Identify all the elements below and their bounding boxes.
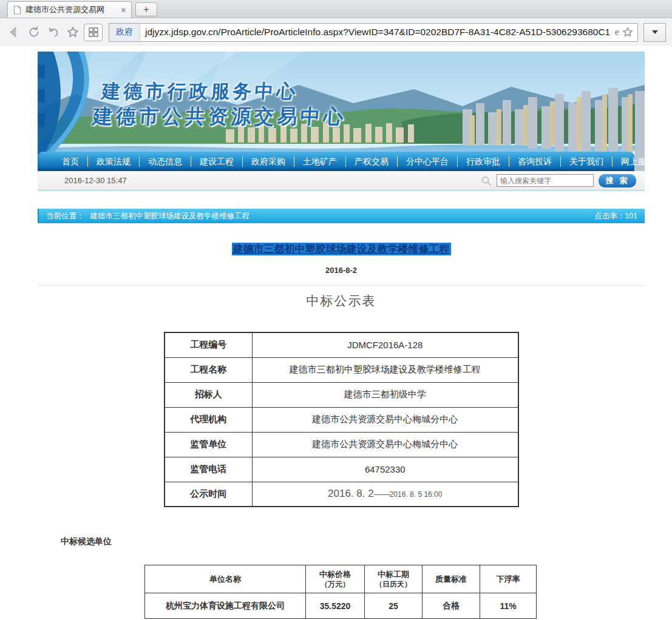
chevron-down-icon	[652, 30, 658, 34]
table-row: 代理机构 建德市公共资源交易中心梅城分中心	[165, 407, 518, 432]
breadcrumb-bar: 当前位置： 建德市三都初中塑胶球场建设及教学楼维修工程 点击率：101	[38, 209, 645, 223]
divider	[38, 285, 645, 286]
row-label: 监管单位	[165, 432, 253, 457]
nav-item-home[interactable]: 首页	[53, 157, 88, 167]
main-nav: 首页 政策法规 动态信息 建设工程 政府采购 土地矿产 产权交易 分中心平台 行…	[38, 152, 634, 171]
site-content: 建德市行政服务中心 建德市公共资源交易中心 首页 政策法规 动态信息 建设工程 …	[38, 52, 645, 619]
row-label: 招标人	[165, 382, 253, 407]
tab-close-icon[interactable]: ×	[121, 5, 126, 15]
browser-tab-bar: 建德市公共资源交易网 × +	[0, 0, 672, 18]
banner-title: 建德市行政服务中心 建德市公共资源交易中心	[92, 79, 349, 130]
candidate-price: 35.5220	[306, 593, 365, 619]
row-value: 2016. 8. 2——2016. 8. 5 16:00	[253, 482, 518, 507]
row-value: 建德市三都初级中学	[253, 382, 518, 407]
row-label: 监管电话	[165, 457, 253, 482]
row-value: 建德市公共资源交易中心梅城分中心	[253, 407, 518, 432]
banner-title-line2: 建德市公共资源交易中心	[92, 104, 347, 130]
browser-toolbar: 政府 jdjyzx.jdsp.gov.cn/ProArticle/ProArti…	[0, 18, 672, 46]
candidates-heading: 中标候选单位	[61, 536, 645, 547]
breadcrumb-current: 建德市三都初中塑胶球场建设及教学楼维修工程	[90, 211, 250, 221]
row-label: 代理机构	[165, 407, 253, 432]
col-header-quality: 质量标准	[423, 565, 480, 593]
publicity-end-date: 2016. 8. 5 16:00	[390, 490, 443, 499]
banner-title-line1: 建德市行政服务中心	[93, 79, 349, 104]
table-header-row: 单位名称 中标价格（万元） 中标工期（日历天） 质量标准 下浮率	[145, 565, 537, 593]
url-bar-icons: e	[614, 26, 637, 38]
undo-icon[interactable]	[45, 24, 61, 41]
candidate-discount: 11%	[480, 593, 537, 619]
candidate-duration: 25	[365, 593, 423, 619]
site-banner: 建德市行政服务中心 建德市公共资源交易中心 首页 政策法规 动态信息 建设工程 …	[38, 52, 645, 171]
nav-item-online-services[interactable]: 网上服务	[613, 157, 664, 167]
row-label: 工程名称	[165, 357, 253, 382]
hit-count: 点击率：101	[594, 211, 637, 221]
row-value: JDMCF2016A-128	[253, 332, 518, 357]
nav-item-news[interactable]: 动态信息	[140, 157, 191, 167]
candidates-table: 单位名称 中标价格（万元） 中标工期（日历天） 质量标准 下浮率	[144, 565, 537, 619]
browser-tab[interactable]: 建德市公共资源交易网 ×	[7, 1, 132, 18]
nav-item-policies[interactable]: 政策法规	[88, 157, 140, 167]
col-header-company: 单位名称	[145, 565, 306, 593]
article-title-selected[interactable]: 建德市三都初中塑胶球场建设及教学楼维修工程	[232, 243, 451, 255]
candidate-company: 杭州宝力体育设施工程有限公司	[145, 593, 306, 619]
table-row: 监管电话 64752330	[165, 457, 518, 482]
bookmark-star-icon[interactable]	[622, 26, 634, 38]
gov-site-badge: 政府	[109, 24, 140, 41]
apps-grid-icon[interactable]	[84, 24, 103, 41]
article: 建德市三都初中塑胶球场建设及教学楼维修工程 2016-8-2 中标公示表 工程编…	[38, 223, 645, 619]
article-date: 2016-8-2	[38, 266, 645, 275]
nav-item-admin-approval[interactable]: 行政审批	[458, 157, 509, 167]
article-title-row: 建德市三都初中塑胶球场建设及教学楼维修工程	[38, 242, 645, 256]
search-input[interactable]	[497, 174, 594, 187]
refresh-icon[interactable]	[25, 24, 42, 41]
award-table-heading: 中标公示表	[38, 292, 645, 309]
table-row: 招标人 建德市三都初级中学	[165, 382, 518, 407]
table-row: 监管单位 建德市公共资源交易中心梅城分中心	[165, 432, 518, 457]
col-header-duration: 中标工期（日历天）	[365, 565, 423, 593]
table-row: 杭州宝力体育设施工程有限公司 35.5220 25 合格 11%	[145, 593, 537, 619]
url-bar[interactable]: 政府 jdjyzx.jdsp.gov.cn/ProArticle/ProArti…	[109, 23, 638, 42]
date-range-dash: ——	[374, 489, 390, 499]
nav-item-land-mining[interactable]: 土地矿产	[294, 157, 346, 167]
col-header-discount: 下浮率	[480, 565, 537, 593]
nav-item-about-us[interactable]: 关于我们	[561, 157, 613, 167]
favorites-star-icon[interactable]	[64, 24, 81, 41]
publicity-start-date: 2016. 8. 2	[328, 488, 374, 499]
nav-item-construction[interactable]: 建设工程	[191, 157, 243, 167]
row-label: 公示时间	[165, 482, 253, 507]
row-value: 64752330	[253, 457, 518, 482]
new-tab-button[interactable]: +	[135, 2, 157, 16]
page-icon	[13, 5, 21, 15]
url-text[interactable]: jdjyzx.jdsp.gov.cn/ProArticle/ProArticle…	[140, 27, 614, 38]
row-label: 工程编号	[165, 332, 253, 357]
breadcrumb-label: 当前位置：	[46, 211, 84, 221]
row-value: 建德市公共资源交易中心梅城分中心	[253, 432, 518, 457]
tab-title: 建德市公共资源交易网	[25, 4, 117, 15]
table-row: 公示时间 2016. 8. 2——2016. 8. 5 16:00	[165, 482, 518, 507]
datetime-text: 2016-12-30 15:47	[64, 176, 127, 185]
search-button[interactable]: 搜 索	[599, 174, 636, 187]
row-value: 建德市三都初中塑胶球场建设及教学楼维修工程	[253, 357, 518, 382]
nav-item-complaints[interactable]: 咨询投诉	[509, 157, 561, 167]
datetime-search-bar: 2016-12-30 15:47 搜 索	[38, 171, 645, 191]
nav-item-subcenter[interactable]: 分中心平台	[398, 157, 458, 167]
url-dropdown-button[interactable]	[643, 23, 666, 42]
nav-item-property-trade[interactable]: 产权交易	[346, 157, 398, 167]
nav-item-procurement[interactable]: 政府采购	[243, 157, 294, 167]
back-icon[interactable]	[6, 24, 22, 41]
candidate-quality: 合格	[423, 593, 480, 619]
col-header-price: 中标价格（万元）	[306, 565, 365, 593]
search-icon	[481, 175, 492, 186]
table-row: 工程名称 建德市三都初中塑胶球场建设及教学楼维修工程	[165, 357, 518, 382]
compatibility-e-icon[interactable]: e	[614, 26, 619, 38]
table-row: 工程编号 JDMCF2016A-128	[165, 332, 518, 357]
search-area: 搜 索	[481, 174, 636, 187]
award-info-table: 工程编号 JDMCF2016A-128 工程名称 建德市三都初中塑胶球场建设及教…	[164, 332, 519, 507]
